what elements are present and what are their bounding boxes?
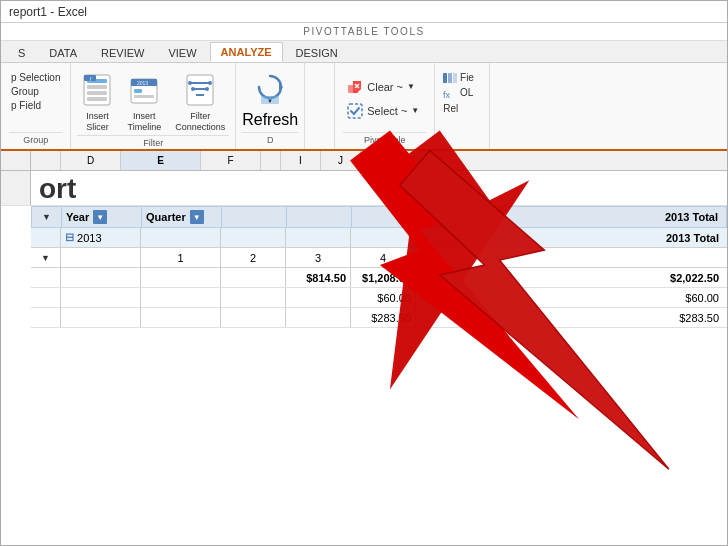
svg-point-18 bbox=[191, 87, 195, 91]
col-header-i: I bbox=[281, 151, 321, 170]
report-title-row: ort bbox=[1, 171, 727, 206]
pivot-2013-q bbox=[141, 228, 221, 247]
pivot-d1-c2 bbox=[61, 268, 141, 287]
col-header-blank bbox=[31, 151, 61, 170]
ribbon-content: p Selection Group p Field Group bbox=[1, 63, 727, 151]
clear-label: Clear ~ bbox=[367, 81, 403, 93]
pivot-d2-c2 bbox=[61, 288, 141, 307]
field-item-rel[interactable]: Rel bbox=[441, 102, 483, 115]
pivot-year-header: Year ▼ bbox=[62, 207, 142, 227]
filter-icons-row: f InsertSlicer 2013 bbox=[77, 67, 229, 135]
pivot-d3-c2 bbox=[61, 308, 141, 327]
svg-rect-30 bbox=[453, 73, 457, 83]
tab-review[interactable]: REVIEW bbox=[90, 43, 155, 62]
svg-rect-29 bbox=[448, 73, 452, 83]
pivot-d1-c1 bbox=[31, 268, 61, 287]
pivot-data-row-1: $814.50 $1,208.00 $2,022.50 bbox=[31, 268, 727, 288]
filter-connections-icon bbox=[184, 71, 216, 111]
filter-connections-button[interactable]: FilterConnections bbox=[171, 69, 229, 135]
clear-button[interactable]: Clear ~ ▼ bbox=[343, 77, 426, 97]
year-filter-icon[interactable]: ▼ bbox=[93, 210, 107, 224]
ribbon-refresh-group: ▼ Refresh D bbox=[236, 63, 305, 149]
tab-view[interactable]: VIEW bbox=[157, 43, 207, 62]
insert-slicer-label: InsertSlicer bbox=[86, 111, 109, 133]
pivot-total-header: 2013 Total bbox=[417, 207, 726, 227]
group-label: Group bbox=[9, 132, 62, 145]
col-header-j: J bbox=[321, 151, 361, 170]
row-header-1 bbox=[1, 171, 31, 205]
ribbon-partial-group bbox=[305, 63, 335, 149]
group-item-field[interactable]: p Field bbox=[9, 99, 62, 112]
pivot-q-3: 3 bbox=[286, 248, 351, 267]
pivot-d1-c3 bbox=[141, 268, 221, 287]
refresh-icon: ▼ bbox=[252, 69, 288, 111]
refresh-button[interactable]: ▼ Refresh bbox=[242, 67, 298, 132]
pivot-2013-c5 bbox=[351, 228, 416, 247]
svg-text:▼: ▼ bbox=[267, 98, 273, 104]
ribbon-filter-group: f InsertSlicer 2013 bbox=[71, 63, 236, 149]
pivot-d2-total: $60.00 bbox=[416, 288, 727, 307]
ol-icon: fx bbox=[443, 88, 457, 100]
svg-point-19 bbox=[205, 87, 209, 91]
ribbon-actions-group: Clear ~ ▼ Select ~ ▼ PivotTable bbox=[335, 63, 435, 149]
pivot-q-total bbox=[416, 248, 727, 267]
pivot-row-quarters: ▼ 1 2 3 4 bbox=[31, 248, 727, 268]
pivot-data-row-2: $60.00 $60.00 bbox=[31, 288, 727, 308]
pivot-2013-expand bbox=[31, 228, 61, 247]
svg-point-17 bbox=[208, 81, 212, 85]
svg-rect-11 bbox=[134, 95, 154, 98]
pivot-q-expand: ▼ bbox=[31, 248, 61, 267]
excel-window: report1 - Excel PIVOTTABLE TOOLS S DATA … bbox=[0, 0, 728, 546]
svg-text:2013: 2013 bbox=[137, 80, 148, 86]
insert-slicer-button[interactable]: f InsertSlicer bbox=[77, 69, 117, 135]
pivot-2013-c3 bbox=[221, 228, 286, 247]
insert-timeline-button[interactable]: 2013 InsertTimeline bbox=[123, 69, 165, 135]
pivot-d1-c4 bbox=[221, 268, 286, 287]
svg-rect-28 bbox=[443, 73, 447, 83]
group-items: p Selection Group p Field bbox=[9, 67, 62, 132]
svg-rect-10 bbox=[134, 89, 142, 93]
pivot-q-1: 1 bbox=[141, 248, 221, 267]
insert-timeline-icon: 2013 bbox=[128, 71, 160, 111]
tab-s[interactable]: S bbox=[7, 43, 36, 62]
svg-point-16 bbox=[188, 81, 192, 85]
select-dropdown-arrow: ▼ bbox=[411, 106, 419, 115]
refresh-group-label: D bbox=[242, 132, 298, 145]
refresh-label: Refresh bbox=[242, 111, 298, 129]
pivot-expand-cell: ▼ bbox=[32, 207, 62, 227]
pivot-tools-label: PIVOTTABLE TOOLS bbox=[303, 26, 424, 37]
svg-rect-4 bbox=[87, 97, 107, 101]
pivot-2013-c4 bbox=[286, 228, 351, 247]
pivot-data-row-3: $283.50 $283.50 bbox=[31, 308, 727, 328]
svg-rect-2 bbox=[87, 85, 107, 89]
pivot-d3-total: $283.50 bbox=[416, 308, 727, 327]
quarter-filter-icon[interactable]: ▼ bbox=[190, 210, 204, 224]
col-header-row: D E F I J bbox=[1, 151, 727, 171]
pivot-d3-c3 bbox=[141, 308, 221, 327]
pivot-col5-header bbox=[352, 207, 417, 227]
group-item-group[interactable]: Group bbox=[9, 85, 62, 98]
tab-data[interactable]: DATA bbox=[38, 43, 88, 62]
field-item-ol[interactable]: fx OL bbox=[441, 86, 483, 100]
pivot-row-2013: ⊟ 2013 2013 Total bbox=[31, 228, 727, 248]
title-bar: report1 - Excel bbox=[1, 1, 727, 23]
pivot-q-year bbox=[61, 248, 141, 267]
select-button[interactable]: Select ~ ▼ bbox=[343, 101, 426, 121]
field-item-fie[interactable]: Fie bbox=[441, 71, 483, 85]
pivot-d2-c4 bbox=[221, 288, 286, 307]
filter-group-label: Filter bbox=[77, 135, 229, 148]
clear-icon bbox=[347, 79, 363, 95]
tab-analyze[interactable]: ANALYZE bbox=[210, 42, 283, 62]
tab-design[interactable]: DESIGN bbox=[285, 43, 349, 62]
svg-text:fx: fx bbox=[443, 90, 451, 100]
pivot-d2-val3 bbox=[286, 288, 351, 307]
pivot-col3-header bbox=[222, 207, 287, 227]
insert-timeline-label: InsertTimeline bbox=[127, 111, 161, 133]
filter-connections-label: FilterConnections bbox=[175, 111, 225, 133]
group-item-selection[interactable]: p Selection bbox=[9, 71, 62, 84]
pivot-d2-c3 bbox=[141, 288, 221, 307]
pivot-tools-banner: PIVOTTABLE TOOLS bbox=[1, 23, 727, 41]
col-header-f: F bbox=[201, 151, 261, 170]
clear-dropdown-arrow: ▼ bbox=[407, 82, 415, 91]
clear-select-group: Clear ~ ▼ Select ~ ▼ bbox=[343, 67, 426, 130]
